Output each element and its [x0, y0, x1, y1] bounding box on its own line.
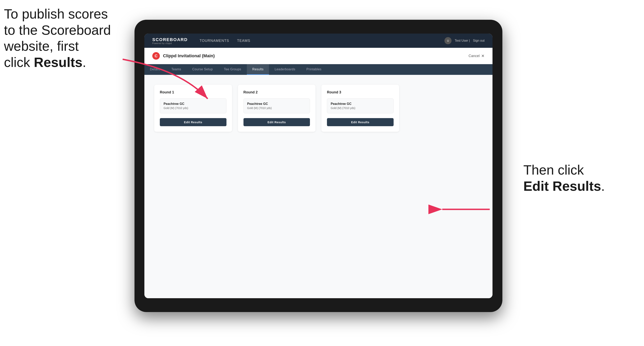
tab-printables[interactable]: Printables: [301, 64, 327, 75]
tab-bar: Details Teams Course Setup Tee Groups Re…: [144, 64, 492, 75]
tablet-device: SCOREBOARD Powered by clippd TOURNAMENTS…: [134, 20, 502, 312]
round-1-course-detail: Gold (M) (7010 yds): [164, 106, 223, 110]
left-instruction: To publish scores to the Scoreboard webs…: [4, 6, 119, 70]
tab-leaderboards[interactable]: Leaderboards: [269, 64, 301, 75]
nav-teams[interactable]: TEAMS: [237, 39, 250, 43]
round-3-course-name: Peachtree GC: [331, 102, 390, 106]
round-3-card: Round 3 Peachtree GC Gold (M) (7010 yds)…: [322, 85, 399, 132]
tab-course-setup[interactable]: Course Setup: [187, 64, 218, 75]
round-3-course: Peachtree GC Gold (M) (7010 yds): [327, 98, 394, 113]
tab-teams[interactable]: Teams: [166, 64, 187, 75]
round-2-course: Peachtree GC Gold (M) (7010 yds): [244, 98, 310, 113]
round-1-title: Round 1: [160, 90, 226, 94]
top-navigation: SCOREBOARD Powered by clippd TOURNAMENTS…: [144, 33, 492, 48]
round-3-title: Round 3: [327, 90, 394, 94]
tablet-screen: SCOREBOARD Powered by clippd TOURNAMENTS…: [144, 33, 492, 298]
round-1-card: Round 1 Peachtree GC Gold (M) (7010 yds)…: [154, 85, 232, 132]
tournament-name: Clippd Invitational (Main): [163, 53, 215, 58]
right-instruction: Then click Edit Results.: [523, 162, 638, 194]
round-1-course: Peachtree GC Gold (M) (7010 yds): [160, 98, 226, 113]
cancel-button[interactable]: Cancel ✕: [468, 53, 484, 58]
tab-tee-groups[interactable]: Tee Groups: [218, 64, 247, 75]
nav-tournaments[interactable]: TOURNAMENTS: [200, 39, 229, 43]
round-1-course-name: Peachtree GC: [164, 102, 223, 106]
nav-links: TOURNAMENTS TEAMS: [200, 39, 444, 43]
nav-right: U Test User | Sign out: [444, 37, 484, 44]
user-name: Test User |: [455, 39, 470, 42]
sign-out-link[interactable]: Sign out: [473, 39, 484, 42]
round-2-course-detail: Gold (M) (7010 yds): [247, 106, 306, 110]
round-2-card: Round 2 Peachtree GC Gold (M) (7010 yds)…: [238, 85, 316, 132]
empty-column: [405, 85, 483, 132]
rounds-grid: Round 1 Peachtree GC Gold (M) (7010 yds)…: [154, 85, 482, 132]
user-avatar: U: [444, 37, 452, 44]
tab-details[interactable]: Details: [144, 64, 166, 75]
round-1-edit-results-button[interactable]: Edit Results: [160, 118, 226, 126]
round-2-course-name: Peachtree GC: [247, 102, 306, 106]
scoreboard-logo: SCOREBOARD Powered by clippd: [152, 37, 188, 44]
tournament-logo: C: [152, 52, 160, 60]
round-3-edit-results-button[interactable]: Edit Results: [327, 118, 394, 126]
round-2-edit-results-button[interactable]: Edit Results: [244, 118, 310, 126]
main-content: Round 1 Peachtree GC Gold (M) (7010 yds)…: [144, 75, 492, 298]
round-3-course-detail: Gold (M) (7010 yds): [331, 106, 390, 110]
close-icon: ✕: [481, 53, 484, 58]
round-2-title: Round 2: [244, 90, 310, 94]
tournament-title-row: C Clippd Invitational (Main): [152, 52, 215, 60]
tab-results[interactable]: Results: [247, 64, 269, 75]
tournament-header: C Clippd Invitational (Main) Cancel ✕: [144, 48, 492, 64]
